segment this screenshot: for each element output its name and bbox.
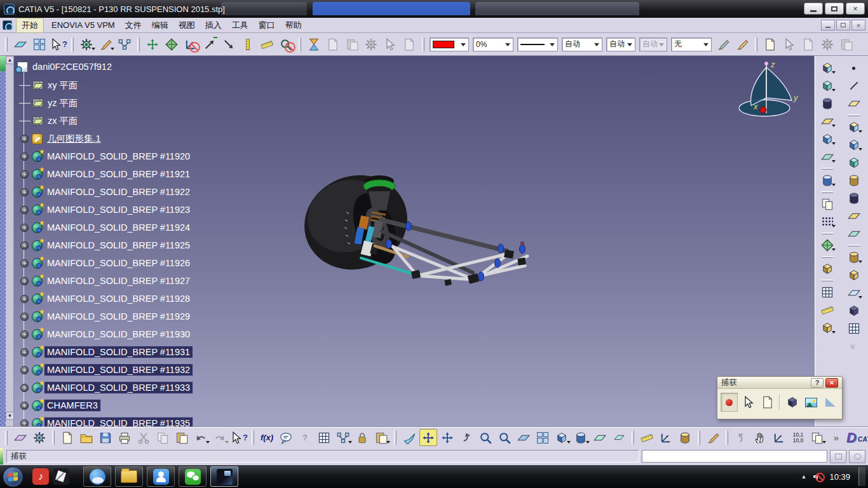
expand-plus-icon[interactable]: + xyxy=(20,259,29,268)
capture-options-button[interactable] xyxy=(759,393,776,412)
tree-node-label[interactable]: MANIFOLD_SOLID_BREP #11925 xyxy=(44,240,193,251)
tray-expand-icon[interactable]: ▲ xyxy=(801,473,807,480)
workbench-icon[interactable] xyxy=(11,429,29,446)
mirror-icon[interactable] xyxy=(818,196,836,212)
tree-node-label[interactable]: MANIFOLD_SOLID_BREP #11930 xyxy=(44,329,193,340)
expand-plus-icon[interactable]: + xyxy=(20,206,29,214)
expand-plus-icon[interactable]: + xyxy=(20,384,29,392)
zoom-in-icon[interactable] xyxy=(477,429,494,446)
mesh-cube-icon[interactable] xyxy=(845,320,862,337)
menu-edit[interactable]: 编辑 xyxy=(147,18,173,32)
select-hand-icon[interactable] xyxy=(751,429,769,446)
toolbar-grip[interactable] xyxy=(394,431,397,445)
hole-icon[interactable] xyxy=(818,95,836,112)
rotate-view-icon[interactable] xyxy=(458,429,475,446)
point-style-select[interactable]: 自动 xyxy=(606,37,635,51)
toolbar-grip[interactable] xyxy=(5,431,8,445)
chamfer-icon[interactable] xyxy=(845,267,862,283)
tree-node-label[interactable]: MANIFOLD_SOLID_BREP #11935 xyxy=(44,417,193,427)
catalog-browser-icon[interactable] xyxy=(78,36,95,53)
macro-icon[interactable] xyxy=(362,36,380,53)
menu-view[interactable]: 视图 xyxy=(173,18,200,32)
tree-node[interactable]: yz 平面 xyxy=(19,96,81,110)
plane-tool-icon[interactable] xyxy=(845,95,862,112)
toolbar-grip[interactable] xyxy=(252,431,254,445)
open-icon[interactable] xyxy=(78,429,95,446)
tree-node-label[interactable]: 几何图形集.1 xyxy=(44,132,104,146)
quad-view-icon[interactable] xyxy=(534,429,552,446)
save-icon[interactable] xyxy=(97,429,114,446)
point-icon[interactable] xyxy=(845,60,862,76)
tree-node[interactable]: +MANIFOLD_SOLID_BREP #11930 xyxy=(19,327,193,341)
split-icon[interactable] xyxy=(818,78,836,94)
close-button[interactable]: × xyxy=(846,3,865,15)
tree-node[interactable]: +MANIFOLD_SOLID_BREP #11926 xyxy=(19,256,193,270)
capture-select-button[interactable] xyxy=(740,393,757,412)
expand-plus-icon[interactable]: + xyxy=(20,170,29,179)
taskbar-explorer-button[interactable] xyxy=(115,466,143,487)
tree-node-label[interactable]: MANIFOLD_SOLID_BREP #11920 xyxy=(44,151,193,162)
toolbar-grip[interactable] xyxy=(726,431,728,445)
color-select[interactable] xyxy=(430,37,469,51)
sketch-support-icon[interactable] xyxy=(11,36,29,53)
taskbar-clock[interactable]: 10:39 xyxy=(829,472,850,482)
tree-node[interactable]: +MANIFOLD_SOLID_BREP #11921 xyxy=(19,167,193,181)
pan-icon[interactable] xyxy=(438,429,456,446)
draft-icon[interactable] xyxy=(845,285,862,301)
tree-node[interactable]: +MANIFOLD_SOLID_BREP #11928 xyxy=(19,292,193,306)
expand-plus-icon[interactable]: + xyxy=(20,419,29,428)
wave-surface-icon[interactable] xyxy=(818,149,836,165)
more-toolbars-chevron-icon[interactable]: » xyxy=(827,429,845,446)
design-table-icon[interactable] xyxy=(315,429,333,446)
pattern-icon[interactable] xyxy=(818,214,836,230)
toolbar-grip[interactable] xyxy=(71,37,74,51)
expand-plus-icon[interactable]: + xyxy=(20,295,29,303)
menu-insert[interactable]: 插入 xyxy=(200,18,227,32)
tree-root[interactable]: dani0F2CE057f912 xyxy=(15,60,114,74)
doc-restore-button[interactable] xyxy=(836,20,850,30)
kb-clip-icon[interactable] xyxy=(837,36,855,53)
power-input-field[interactable] xyxy=(642,450,827,463)
expand-plus-icon[interactable]: + xyxy=(20,241,29,250)
layers-icon[interactable] xyxy=(808,429,826,446)
whats-this-icon[interactable]: ? xyxy=(50,36,67,53)
print-icon[interactable] xyxy=(116,429,133,446)
undo-icon[interactable] xyxy=(192,429,210,446)
doc-minimize-button[interactable] xyxy=(821,20,835,30)
sweep-icon[interactable] xyxy=(818,113,836,130)
tree-node-label[interactable]: MANIFOLD_SOLID_BREP #11931 xyxy=(44,346,193,358)
pad-icon[interactable] xyxy=(818,60,836,76)
tree-node-label[interactable]: CHAMFER3 xyxy=(44,400,100,411)
toolbar-grip[interactable] xyxy=(755,37,757,51)
formula-icon[interactable]: f(x) xyxy=(258,429,276,446)
hole-tool-icon[interactable] xyxy=(845,190,862,207)
update-icon[interactable] xyxy=(305,36,323,53)
view-mode-icon[interactable] xyxy=(591,429,609,446)
tree-node[interactable]: +MANIFOLD_SOLID_BREP #11925 xyxy=(19,238,193,252)
render-style-icon[interactable] xyxy=(572,429,590,446)
taskbar-browser-button[interactable] xyxy=(83,466,111,487)
tree-node-label[interactable]: MANIFOLD_SOLID_BREP #11927 xyxy=(44,275,193,287)
tree-node[interactable]: +MANIFOLD_SOLID_BREP #11920 xyxy=(19,149,193,163)
capture-close-button[interactable]: × xyxy=(825,378,838,388)
slot-icon[interactable] xyxy=(845,226,862,242)
expand-plus-icon[interactable]: + xyxy=(20,330,29,339)
scale-icon[interactable] xyxy=(818,237,836,254)
copy-format-icon[interactable] xyxy=(714,36,732,53)
paste-icon[interactable] xyxy=(173,429,191,446)
capture-image-button[interactable] xyxy=(803,393,820,412)
copy-icon[interactable] xyxy=(154,429,172,446)
menu-help[interactable]: 帮助 xyxy=(280,18,307,32)
fly-mode-icon[interactable] xyxy=(400,429,418,446)
expand-plus-icon[interactable]: + xyxy=(20,188,29,196)
groove-icon[interactable] xyxy=(845,154,862,171)
more-tools-chevron-icon[interactable]: » xyxy=(845,338,862,355)
toolbar-grip[interactable] xyxy=(137,37,140,51)
dimensions-icon[interactable] xyxy=(818,302,836,318)
thick-surface-icon[interactable] xyxy=(818,261,836,277)
whats-this-icon[interactable]: ? xyxy=(230,429,248,446)
tree-node[interactable]: +MANIFOLD_SOLID_BREP #11922 xyxy=(19,185,193,199)
tree-node[interactable]: +几何图形集.1 xyxy=(19,132,104,146)
demote-arrow-icon[interactable] xyxy=(220,36,238,53)
capture-help-button[interactable]: ? xyxy=(811,378,824,388)
